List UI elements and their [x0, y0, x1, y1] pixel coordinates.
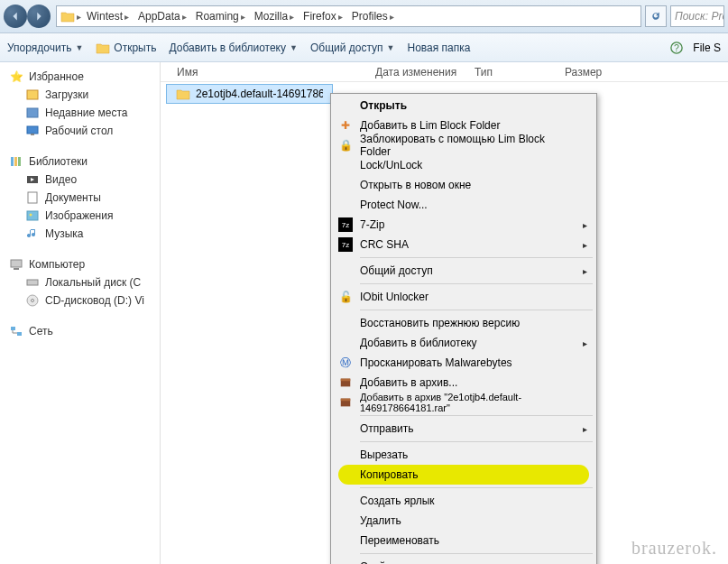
chevron-right-icon: ▸ [583, 220, 587, 230]
ctx-props[interactable]: Свойства [333, 557, 594, 564]
ctx-lockunlock[interactable]: Lock/UnLock [333, 155, 594, 175]
column-headers: Имя Дата изменения Тип Размер [161, 62, 728, 82]
sidebar-libraries-header[interactable]: Библиотеки [0, 153, 160, 171]
refresh-button[interactable] [645, 5, 667, 27]
ctx-open[interactable]: Открыть [333, 96, 594, 116]
ctx-restore[interactable]: Восстановить прежнюю версию [333, 313, 594, 333]
svg-rect-20 [17, 332, 22, 336]
ctx-send[interactable]: Отправить▸ [333, 419, 594, 439]
column-type[interactable]: Тип [467, 66, 558, 79]
sidebar-item-documents[interactable]: Документы [0, 189, 160, 207]
file-menu[interactable]: File S [693, 42, 721, 54]
ctx-crcsha[interactable]: 7zCRC SHA▸ [333, 235, 594, 254]
back-button[interactable] [4, 5, 27, 28]
chevron-right-icon[interactable]: ▸ [241, 12, 245, 22]
sidebar-item-recent[interactable]: Недавние места [0, 104, 160, 122]
breadcrumb-seg[interactable]: Mozilla▸ [251, 10, 298, 23]
ctx-archive[interactable]: Добавить в архив... [333, 373, 594, 393]
sidebar-label: CD-дисковод (D:) Vi [45, 294, 144, 307]
ctx-cut[interactable]: Вырезать [333, 445, 594, 465]
folder-icon [176, 87, 190, 101]
sidebar-label: Загрузки [45, 88, 88, 101]
breadcrumb-seg[interactable]: AppData▸ [134, 10, 190, 23]
sidebar-item-downloads[interactable]: Загрузки [0, 86, 160, 104]
breadcrumb-seg[interactable]: Firefox▸ [299, 10, 346, 23]
svg-rect-22 [341, 379, 351, 382]
add-library-button[interactable]: Добавить в библиотеку ▼ [169, 42, 297, 54]
network-icon [9, 324, 23, 338]
sidebar-item-desktop[interactable]: Рабочий стол [0, 122, 160, 140]
ctx-share[interactable]: Общий доступ▸ [333, 261, 594, 281]
ctx-iobit[interactable]: 🔓IObit Unlocker [333, 287, 594, 307]
svg-rect-14 [11, 260, 22, 267]
svg-rect-19 [11, 327, 15, 330]
cd-icon [25, 293, 40, 308]
file-row-selected[interactable]: 2e1otjb4.default-1469178664181 [166, 84, 333, 104]
ctx-addlib[interactable]: Добавить в библиотеку▸ [333, 333, 594, 353]
chevron-right-icon[interactable]: ▸ [124, 12, 129, 22]
ctx-label: Protect Now... [360, 199, 428, 211]
svg-rect-6 [11, 157, 14, 166]
ctx-protect[interactable]: Protect Now... [333, 195, 594, 215]
chevron-right-icon[interactable]: ▸ [390, 12, 394, 22]
ctx-label: Добавить в архив "2e1otjb4.default-14691… [360, 392, 578, 413]
column-name[interactable]: Имя [170, 66, 368, 79]
organize-button[interactable]: Упорядочить ▼ [7, 42, 83, 54]
sidebar: ⭐Избранное Загрузки Недавние места Рабоч… [0, 62, 161, 564]
ctx-shortcut[interactable]: Создать ярлык [333, 491, 594, 511]
open-button[interactable]: Открыть [96, 41, 156, 55]
column-date[interactable]: Дата изменения [368, 66, 467, 79]
breadcrumb-seg[interactable]: Roaming▸ [192, 10, 249, 23]
chevron-right-icon[interactable]: ▸ [290, 12, 294, 22]
breadcrumb-seg[interactable]: Profiles▸ [348, 10, 398, 23]
sidebar-item-music[interactable]: Музыка [0, 225, 160, 243]
ctx-malware[interactable]: ⓂПросканировать Malwarebytes [333, 353, 594, 373]
ctx-rename[interactable]: Переименовать [333, 531, 594, 550]
computer-icon [9, 257, 23, 272]
search-input[interactable]: Поиск: Pro [670, 5, 724, 27]
breadcrumb-label: Mozilla [254, 10, 288, 23]
archive-icon [338, 375, 353, 390]
ctx-label: Вырезать [360, 448, 408, 461]
breadcrumb-label: Roaming [196, 10, 239, 23]
sidebar-label: Недавние места [45, 106, 127, 119]
address-bar[interactable]: ▸ Wintest▸ AppData▸ Roaming▸ Mozilla▸ Fi… [56, 5, 641, 27]
column-size[interactable]: Размер [558, 66, 630, 79]
help-icon[interactable]: ? [669, 41, 684, 55]
svg-rect-7 [14, 157, 17, 166]
ctx-limblocklock[interactable]: 🔒Заблокировать с помощью Lim Block Folde… [333, 135, 594, 155]
separator [360, 283, 593, 284]
folder-open-icon [96, 41, 110, 55]
sidebar-item-localdisk[interactable]: Локальный диск (C [0, 273, 160, 291]
sidebar-network-header[interactable]: Сеть [0, 322, 160, 340]
ctx-7zip[interactable]: 7z7-Zip▸ [333, 215, 594, 235]
share-button[interactable]: Общий доступ ▼ [310, 42, 395, 54]
svg-rect-3 [27, 108, 38, 117]
sidebar-item-cddrive[interactable]: CD-дисковод (D:) Vi [0, 291, 160, 310]
svg-rect-11 [28, 192, 37, 203]
ctx-label: Заблокировать с помощью Lim Block Folder [360, 133, 578, 158]
ctx-delete[interactable]: Удалить [333, 511, 594, 531]
breadcrumb-seg[interactable]: Wintest▸ [83, 10, 133, 23]
ctx-archiveto[interactable]: Добавить в архив "2e1otjb4.default-14691… [333, 393, 594, 412]
chevron-right-icon[interactable]: ▸ [77, 12, 81, 22]
separator [360, 441, 593, 442]
chevron-right-icon[interactable]: ▸ [182, 12, 187, 22]
ctx-label: Lock/UnLock [360, 159, 422, 171]
ctx-label: Отправить [360, 422, 414, 435]
ctx-copy[interactable]: Копировать [338, 465, 589, 485]
sidebar-computer-header[interactable]: Компьютер [0, 255, 160, 273]
sidebar-label: Рабочий стол [45, 125, 113, 137]
ctx-newwindow[interactable]: Открыть в новом окне [333, 175, 594, 195]
lock-icon: 🔒 [338, 138, 353, 153]
sidebar-item-videos[interactable]: Видео [0, 171, 160, 189]
ctx-label: CRC SHA [360, 238, 409, 251]
toolbar-label: Общий доступ [310, 42, 383, 54]
chevron-right-icon[interactable]: ▸ [338, 12, 343, 22]
sidebar-favorites-header[interactable]: ⭐Избранное [0, 68, 160, 86]
crc-icon: 7z [338, 237, 353, 252]
new-folder-button[interactable]: Новая папка [407, 42, 470, 54]
forward-button[interactable] [27, 5, 51, 28]
sidebar-item-pictures[interactable]: Изображения [0, 207, 160, 225]
sidebar-label: Компьютер [29, 258, 85, 271]
